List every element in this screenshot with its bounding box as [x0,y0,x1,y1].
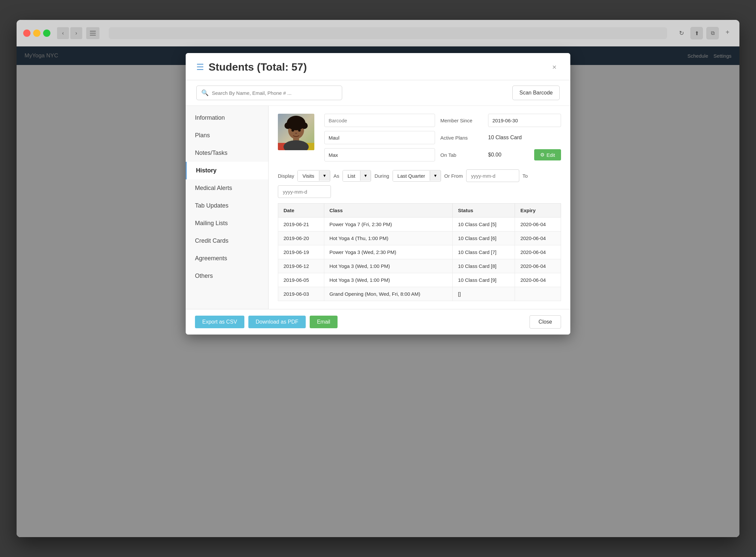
cell-date: 2019-06-03 [278,287,324,301]
modal-title: Students (Total: 57) [209,61,307,73]
browser-actions: ⬆ ⧉ + [690,27,733,39]
svg-point-17 [298,129,301,131]
barcode-field-container [324,114,435,127]
sidebar-item-plans[interactable]: Plans [186,127,268,144]
visits-dropdown-icon[interactable]: ▼ [319,171,330,181]
to-date-input[interactable] [278,185,331,198]
visits-select[interactable]: Visits ▼ [297,170,330,182]
modal-header: ☰ Students (Total: 57) × [186,53,570,80]
svg-rect-0 [90,31,96,31]
browser-toolbar: ‹ › ↻ ⬆ ⧉ + [17,20,739,47]
cell-expiry: 2020-06-04 [515,259,561,273]
cell-expiry: 2020-06-04 [515,245,561,259]
on-tab-value: $0.00 [488,152,501,158]
firstname-input[interactable] [324,131,435,144]
sidebar-item-others[interactable]: Others [186,267,268,285]
avatar-image [278,114,314,150]
cell-status: 10 Class Card [5] [453,217,515,231]
svg-point-15 [293,118,299,124]
cell-class: Power Yoga 7 (Fri, 2:30 PM) [324,217,453,231]
col-date: Date [278,204,324,217]
list-value: List [343,170,360,181]
nav-buttons: ‹ › [57,27,82,39]
search-box: 🔍 [196,86,342,100]
edit-label: Edit [547,152,555,158]
sidebar-item-notes-tasks[interactable]: Notes/Tasks [186,144,268,162]
period-value: Last Quarter [393,170,430,181]
url-bar[interactable] [109,27,667,39]
period-dropdown-icon[interactable]: ▼ [430,171,441,181]
scan-barcode-button[interactable]: Scan Barcode [512,86,560,100]
minimize-window-button[interactable] [33,30,40,37]
download-pdf-button[interactable]: Download as PDF [249,316,306,328]
visits-value: Visits [298,170,319,181]
from-date-input[interactable] [466,169,519,182]
reload-button[interactable]: ↻ [676,28,687,38]
sidebar-item-agreements[interactable]: Agreements [186,250,268,267]
cell-expiry: 2020-06-04 [515,273,561,287]
profile-section: Member Since [278,114,561,162]
modal-body: Information Plans Notes/Tasks History Me… [186,106,570,309]
active-plans-value: 10 Class Card [488,135,522,141]
main-content: Member Since [268,106,570,309]
cell-date: 2019-06-12 [278,259,324,273]
sidebar-toggle-button[interactable] [86,27,99,39]
to-label: To [523,173,528,179]
barcode-input[interactable] [324,114,435,127]
table-row: 2019-06-05Hot Yoga 3 (Wed, 1:00 PM)10 Cl… [278,273,561,287]
modal-backdrop: ☰ Students (Total: 57) × 🔍 Scan Barcode [17,47,739,537]
svg-rect-1 [90,33,96,33]
sidebar-item-credit-cards[interactable]: Credit Cards [186,232,268,250]
back-button[interactable]: ‹ [57,27,69,39]
table-row: 2019-06-21Power Yoga 7 (Fri, 2:30 PM)10 … [278,217,561,231]
sidebar-item-tab-updates[interactable]: Tab Updates [186,197,268,214]
svg-point-16 [291,129,294,131]
close-window-button[interactable] [23,30,30,37]
new-tab-button[interactable]: + [722,27,733,37]
cell-date: 2019-06-19 [278,245,324,259]
cell-status: 10 Class Card [9] [453,273,515,287]
table-row: 2019-06-03Grand Opening (Mon, Wed, Fri, … [278,287,561,301]
search-icon: 🔍 [201,89,209,96]
forward-button[interactable]: › [70,27,82,39]
list-select[interactable]: List ▼ [343,170,371,182]
lastname-field-container [324,148,435,162]
cell-status: [] [453,287,515,301]
email-button[interactable]: Email [310,316,338,328]
edit-icon: ⚙ [540,152,545,158]
cell-status: 10 Class Card [6] [453,231,515,245]
sidebar-item-medical-alerts[interactable]: Medical Alerts [186,179,268,197]
col-class: Class [324,204,453,217]
tabs-button[interactable]: ⧉ [706,27,719,39]
history-table: Date Class Status Expiry 2019-06-21Power… [278,203,561,301]
lastname-input[interactable] [324,148,435,162]
sidebar-item-mailing-lists[interactable]: Mailing Lists [186,214,268,232]
period-select[interactable]: Last Quarter ▼ [392,170,441,182]
firstname-field-container [324,131,435,144]
member-since-label: Member Since [440,118,484,123]
edit-button[interactable]: ⚙ Edit [534,149,561,160]
close-button[interactable]: Close [529,315,561,328]
avatar [278,114,314,150]
member-since-input[interactable] [488,114,561,127]
modal-close-button[interactable]: × [549,62,560,72]
cell-status: 10 Class Card [8] [453,259,515,273]
cell-class: Hot Yoga 4 (Thu, 1:00 PM) [324,231,453,245]
table-row: 2019-06-20Hot Yoga 4 (Thu, 1:00 PM)10 Cl… [278,231,561,245]
maximize-window-button[interactable] [43,30,50,37]
sidebar-item-history[interactable]: History [186,162,268,179]
active-plans-row: Active Plans 10 Class Card [440,131,561,144]
share-button[interactable]: ⬆ [690,27,703,39]
on-tab-label: On Tab [440,152,484,158]
students-modal: ☰ Students (Total: 57) × 🔍 Scan Barcode [186,53,570,334]
list-dropdown-icon[interactable]: ▼ [360,171,371,181]
cell-expiry: 2020-06-04 [515,217,561,231]
sidebar-item-information[interactable]: Information [186,109,268,127]
cell-class: Hot Yoga 3 (Wed, 1:00 PM) [324,259,453,273]
search-input[interactable] [212,90,337,96]
as-label: As [333,173,340,179]
during-label: During [374,173,389,179]
cell-date: 2019-06-05 [278,273,324,287]
export-csv-button[interactable]: Export as CSV [195,316,244,328]
browser-window: ‹ › ↻ ⬆ ⧉ + MyYoga NYC Schedule Set [17,20,739,537]
